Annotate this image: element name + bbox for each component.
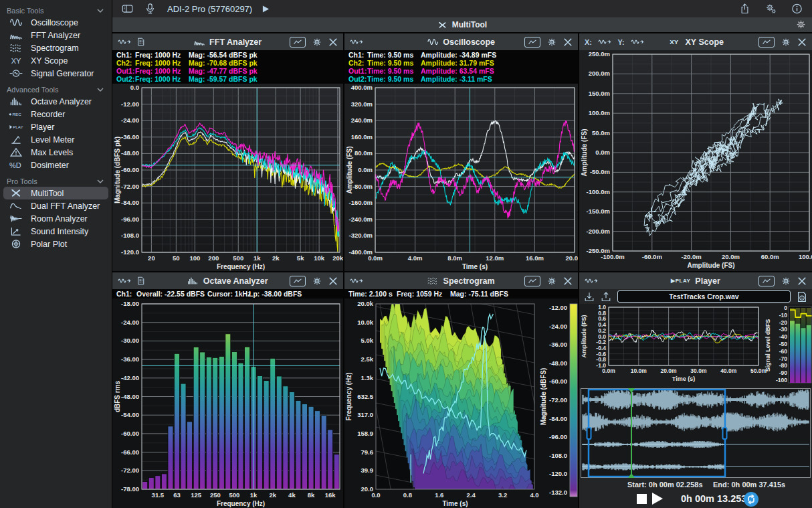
panel-octave-analyzer: Octave Analyzer Ch1: Overall: -22.55 dBF… xyxy=(112,271,343,508)
svg-text:-66.00: -66.00 xyxy=(121,448,139,456)
chart-toggle-button[interactable] xyxy=(290,37,306,48)
stop-button[interactable] xyxy=(637,494,647,504)
waveform-overview[interactable] xyxy=(581,388,811,478)
sidebar-item-oscilloscope[interactable]: Oscilloscope xyxy=(3,16,108,29)
svg-text:10.0m: 10.0m xyxy=(631,367,647,374)
svg-text:60.0m: 60.0m xyxy=(761,253,779,260)
close-icon[interactable] xyxy=(797,37,807,47)
play-device-button[interactable] xyxy=(262,5,270,13)
osc-panel-header: Oscilloscope xyxy=(344,33,578,50)
svg-text:100: 100 xyxy=(189,254,200,262)
svg-text:0.8: 0.8 xyxy=(403,491,412,499)
xy-chart[interactable]: 250.0m200.0m150.0m100.0m50.0m0.0m-50.0m-… xyxy=(579,50,812,271)
calibration-file-icon[interactable] xyxy=(137,37,144,46)
play-button[interactable] xyxy=(652,493,663,505)
info-icon[interactable] xyxy=(791,3,803,14)
upload-icon[interactable] xyxy=(601,291,611,303)
svg-text:-84.00: -84.00 xyxy=(121,199,139,206)
player-icon-text: ▶PLAY xyxy=(671,278,690,284)
loop-button[interactable] xyxy=(743,491,759,507)
svg-text:0.0m: 0.0m xyxy=(602,367,615,374)
fft-chart[interactable]: 0.0-12.00-24.00-36.00-48.00-60.00-72.00-… xyxy=(112,84,343,271)
svg-text:79.6: 79.6 xyxy=(361,448,374,456)
close-icon[interactable] xyxy=(563,276,573,286)
share-icon[interactable] xyxy=(739,3,750,14)
svg-text:-80: -80 xyxy=(779,362,788,369)
sidebar-section-header[interactable]: Advanced Tools xyxy=(0,84,112,95)
spectrogram-chart[interactable]: 20.0k10.0k5.0k2.5k1.3k632.5317.0158.979.… xyxy=(344,299,578,508)
gear-icon[interactable] xyxy=(312,37,322,47)
sidebar-item-dual-fft-analyzer[interactable]: Dual FFT Analyzer xyxy=(3,199,108,212)
sidebar-item-level-meter[interactable]: Level Meter xyxy=(3,133,108,146)
sidebar-toggle-icon[interactable] xyxy=(122,3,133,14)
close-icon[interactable] xyxy=(328,37,338,47)
signal-input-icon[interactable] xyxy=(118,37,131,46)
sidebar-section-header[interactable]: Pro Tools xyxy=(0,175,112,187)
sidebar-item-recorder[interactable]: RECRecorder xyxy=(3,108,108,120)
svg-text:-60.00: -60.00 xyxy=(121,430,139,437)
channel-reading: Ch1:Time: 9.50 msAmplitude: -34.89 mFS xyxy=(344,51,578,59)
gear-icon[interactable] xyxy=(547,37,556,47)
download-icon[interactable] xyxy=(584,291,595,303)
svg-text:-10: -10 xyxy=(779,312,788,319)
signal-input-icon[interactable] xyxy=(631,37,644,46)
osc-chart[interactable]: 400.0m320.0m240.0m160.0m80.0m0.0m-80.0m-… xyxy=(344,84,578,271)
sidebar-item-xy-scope[interactable]: XYXY Scope xyxy=(3,54,108,67)
svg-text:-150.0m: -150.0m xyxy=(587,207,610,215)
chart-toggle-button[interactable] xyxy=(524,37,540,48)
sidebar-item-room-analyzer[interactable]: Room Analyzer xyxy=(3,212,108,225)
settings-gears-icon[interactable] xyxy=(765,3,777,14)
signal-input-icon[interactable] xyxy=(598,37,611,46)
close-icon[interactable] xyxy=(563,37,573,47)
main-area: ADI-2 Pro (57760297) MultiTool xyxy=(112,0,812,508)
gear-icon[interactable] xyxy=(796,19,806,31)
sidebar-item-dosimeter[interactable]: %DDosimeter xyxy=(3,159,108,171)
sidebar-section-header[interactable]: Basic Tools xyxy=(0,5,112,16)
sidebar-item-octave-analyzer[interactable]: Octave Analyzer xyxy=(3,95,108,108)
octave-icon xyxy=(187,276,198,285)
svg-text:-30.00: -30.00 xyxy=(121,337,139,344)
chart-toggle-button[interactable] xyxy=(758,276,775,286)
svg-text:8.0m: 8.0m xyxy=(447,254,462,262)
sidebar-item-player[interactable]: PLAYPlayer xyxy=(3,120,108,133)
svg-text:39.9: 39.9 xyxy=(361,467,374,474)
file-name-field[interactable]: TestTracks Crop.wav xyxy=(617,290,791,303)
svg-text:-72.00: -72.00 xyxy=(121,467,139,474)
signal-input-icon[interactable] xyxy=(118,276,131,285)
sidebar-item-label: Level Meter xyxy=(31,135,74,145)
svg-text:XY: XY xyxy=(11,57,21,65)
sidebar-item-signal-generator[interactable]: Signal Generator xyxy=(3,67,108,80)
sidebar-item-max-levels[interactable]: Max Levels xyxy=(3,146,108,159)
player-mini-chart[interactable]: 1.00.80.60.40.20.0-0.2-0.4-0.6-0.8-1.00.… xyxy=(579,304,812,388)
mic-icon[interactable] xyxy=(144,3,156,14)
sidebar-item-fft-analyzer[interactable]: FFT Analyzer xyxy=(3,29,108,41)
sidebar-item-spectrogram[interactable]: Spectrogram xyxy=(3,41,108,54)
oscilloscope-icon xyxy=(5,17,27,27)
close-icon[interactable] xyxy=(797,276,807,286)
svg-text:150.0m: 150.0m xyxy=(589,90,610,97)
file-info-icon[interactable] xyxy=(797,291,807,303)
device-label[interactable]: ADI-2 Pro (57760297) xyxy=(167,4,252,14)
sidebar-item-label: Oscilloscope xyxy=(31,18,78,27)
octave-chart[interactable]: -18.00-24.00-30.00-36.00-42.00-48.00-54.… xyxy=(112,299,343,508)
fft-icon xyxy=(5,30,27,40)
gear-icon[interactable] xyxy=(781,37,791,47)
gear-icon[interactable] xyxy=(312,276,322,286)
sidebar-item-multitool[interactable]: MultiTool xyxy=(3,187,108,199)
svg-text:-90: -90 xyxy=(779,369,788,376)
svg-text:-60.00: -60.00 xyxy=(549,377,567,385)
chart-toggle-button[interactable] xyxy=(290,276,306,286)
signal-input-icon[interactable] xyxy=(585,276,598,285)
signal-input-icon[interactable] xyxy=(350,37,363,46)
chart-toggle-button[interactable] xyxy=(524,276,540,286)
sidebar-item-sound-intensity[interactable]: Sound Intensity xyxy=(3,225,108,238)
close-icon[interactable] xyxy=(328,276,338,286)
gear-icon[interactable] xyxy=(547,276,556,286)
svg-text:-60.0m: -60.0m xyxy=(642,253,662,260)
chart-toggle-button[interactable] xyxy=(758,37,775,48)
player-body: TestTracks Crop.wav 1.00.80.60.40.20.0-0… xyxy=(579,289,812,508)
sidebar-item-polar-plot[interactable]: Polar Plot xyxy=(3,238,108,250)
gear-icon[interactable] xyxy=(781,276,791,286)
signal-input-icon[interactable] xyxy=(350,276,363,285)
calibration-file-icon[interactable] xyxy=(137,276,144,285)
